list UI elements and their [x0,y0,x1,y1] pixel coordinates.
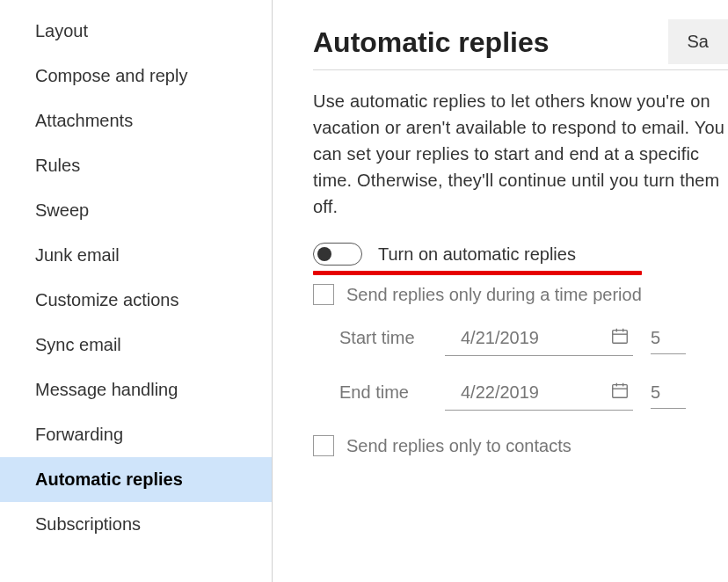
settings-sidebar: Layout Compose and reply Attachments Rul… [0,0,273,582]
sidebar-item-attachments[interactable]: Attachments [0,98,272,143]
sidebar-item-compose-reply[interactable]: Compose and reply [0,54,272,98]
contacts-only-checkbox[interactable] [313,435,334,456]
toggle-label: Turn on automatic replies [378,244,576,265]
calendar-icon [610,381,630,404]
save-button[interactable]: Sa [668,19,728,64]
sidebar-item-message-handling[interactable]: Message handling [0,367,272,412]
divider [313,69,728,70]
sidebar-item-junk-email[interactable]: Junk email [0,233,272,278]
contacts-only-label: Send replies only to contacts [346,436,571,456]
main-panel: Automatic replies Sa Use automatic repli… [273,0,728,582]
highlight-underline [313,271,642,275]
automatic-replies-description: Use automatic replies to let others know… [313,88,728,220]
svg-rect-4 [613,385,628,398]
end-time-field[interactable]: 5 [651,382,686,409]
end-date-field[interactable]: 4/22/2019 [445,381,633,411]
end-date-value: 4/22/2019 [461,382,539,403]
sidebar-item-forwarding[interactable]: Forwarding [0,412,272,457]
calendar-icon [610,326,630,350]
start-date-value: 4/21/2019 [461,328,539,348]
sidebar-item-sync-email[interactable]: Sync email [0,323,272,367]
start-date-field[interactable]: 4/21/2019 [445,326,633,356]
sidebar-item-sweep[interactable]: Sweep [0,188,272,233]
sidebar-item-subscriptions[interactable]: Subscriptions [0,502,272,547]
automatic-replies-toggle[interactable] [313,243,362,266]
page-title: Automatic replies [313,26,550,59]
end-time-label: End time [339,382,445,403]
sidebar-item-customize-actions[interactable]: Customize actions [0,278,272,323]
start-time-label: Start time [339,328,445,348]
start-time-field[interactable]: 5 [651,328,686,354]
svg-rect-0 [613,331,628,344]
sidebar-item-rules[interactable]: Rules [0,143,272,188]
time-period-checkbox[interactable] [313,284,334,305]
time-period-label: Send replies only during a time period [346,285,642,305]
sidebar-item-layout[interactable]: Layout [0,9,272,54]
sidebar-item-automatic-replies[interactable]: Automatic replies [0,457,272,502]
